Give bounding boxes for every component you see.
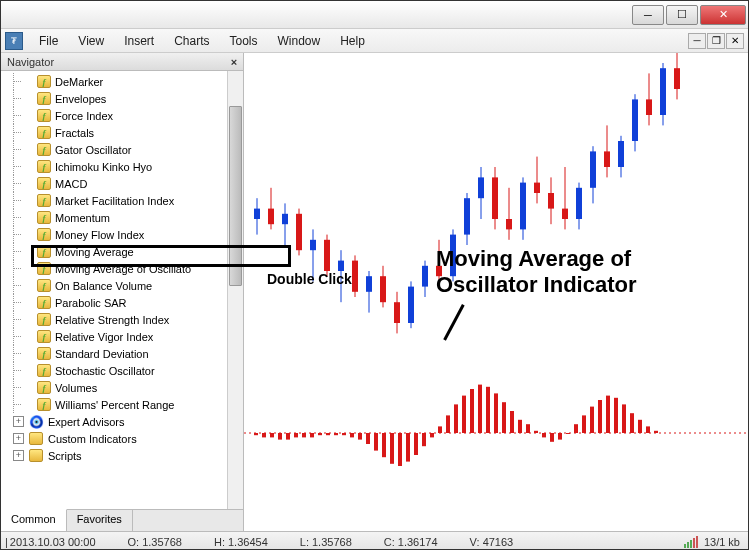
indicator-label: Market Facilitation Index [55, 195, 174, 207]
indicator-item[interactable]: fMomentum [1, 209, 243, 226]
indicator-icon: f [37, 347, 51, 360]
indicator-item[interactable]: fMoney Flow Index [1, 226, 243, 243]
indicator-label: Momentum [55, 212, 110, 224]
svg-rect-21 [394, 302, 400, 323]
indicator-label: MACD [55, 178, 87, 190]
svg-rect-76 [366, 433, 370, 444]
indicator-icon: f [37, 109, 51, 122]
svg-rect-80 [398, 433, 402, 466]
indicator-item[interactable]: fDeMarker [1, 73, 243, 90]
status-low: L: 1.35768 [300, 536, 352, 548]
navigator-scrollbar[interactable] [227, 71, 243, 509]
tree-group[interactable]: +Scripts [1, 447, 243, 464]
indicator-item[interactable]: fRelative Strength Index [1, 311, 243, 328]
indicator-item[interactable]: fParabolic SAR [1, 294, 243, 311]
svg-rect-61 [674, 68, 680, 89]
signal-bars-icon [684, 536, 698, 548]
menu-window[interactable]: Window [268, 31, 331, 51]
menu-charts[interactable]: Charts [164, 31, 219, 51]
navigator-header: Navigator × [1, 53, 243, 71]
indicator-item[interactable]: fStandard Deviation [1, 345, 243, 362]
indicator-icon: f [37, 296, 51, 309]
indicator-item[interactable]: fIchimoku Kinko Hyo [1, 158, 243, 175]
indicator-icon: f [37, 313, 51, 326]
expand-icon[interactable]: + [13, 450, 24, 461]
indicator-label: Volumes [55, 382, 97, 394]
indicator-item[interactable]: fMarket Facilitation Index [1, 192, 243, 209]
menu-tools[interactable]: Tools [220, 31, 268, 51]
app-icon: ₮ [5, 32, 23, 50]
close-button[interactable]: ✕ [700, 5, 746, 25]
group-icon [28, 432, 44, 446]
svg-rect-98 [542, 433, 546, 437]
maximize-button[interactable]: ☐ [666, 5, 698, 25]
indicator-label: Moving Average [55, 246, 134, 258]
svg-rect-92 [494, 393, 498, 433]
menu-file[interactable]: File [29, 31, 68, 51]
indicator-icon: f [37, 279, 51, 292]
svg-rect-87 [454, 404, 458, 433]
indicator-item[interactable]: fEnvelopes [1, 90, 243, 107]
indicator-item[interactable]: fMoving Average [1, 243, 243, 260]
svg-rect-100 [558, 433, 562, 440]
indicator-icon: f [37, 177, 51, 190]
svg-rect-79 [390, 433, 394, 464]
indicator-item[interactable]: fRelative Vigor Index [1, 328, 243, 345]
svg-rect-31 [464, 198, 470, 234]
svg-rect-5 [282, 214, 288, 224]
expand-icon[interactable]: + [13, 416, 24, 427]
indicator-item[interactable]: fOn Balance Volume [1, 277, 243, 294]
indicator-item[interactable]: fGator Oscillator [1, 141, 243, 158]
indicator-icon: f [37, 330, 51, 343]
indicator-icon: f [37, 75, 51, 88]
minimize-button[interactable]: ─ [632, 5, 664, 25]
indicator-icon: f [37, 211, 51, 224]
indicator-item[interactable]: fStochastic Oscillator [1, 362, 243, 379]
indicator-item[interactable]: fForce Index [1, 107, 243, 124]
indicator-label: Standard Deviation [55, 348, 149, 360]
svg-rect-88 [462, 396, 466, 433]
indicator-item[interactable]: fMACD [1, 175, 243, 192]
menu-help[interactable]: Help [330, 31, 375, 51]
svg-rect-15 [352, 261, 358, 292]
indicator-icon: f [37, 92, 51, 105]
tab-common[interactable]: Common [1, 509, 67, 531]
indicator-icon: f [37, 143, 51, 156]
indicator-icon: f [37, 245, 51, 258]
indicator-item[interactable]: fWilliams' Percent Range [1, 396, 243, 413]
indicator-icon: f [37, 160, 51, 173]
svg-rect-90 [478, 385, 482, 433]
svg-rect-33 [478, 177, 484, 198]
annotation-line1: Moving Average of [436, 246, 637, 272]
svg-rect-96 [526, 424, 530, 433]
mdi-minimize-button[interactable]: ─ [688, 33, 706, 49]
menu-insert[interactable]: Insert [114, 31, 164, 51]
indicator-item[interactable]: fFractals [1, 124, 243, 141]
svg-rect-105 [598, 400, 602, 433]
svg-rect-104 [590, 407, 594, 433]
svg-rect-51 [604, 151, 610, 167]
navigator-tree[interactable]: fDeMarkerfEnvelopesfForce IndexfFractals… [1, 71, 243, 509]
tab-favorites[interactable]: Favorites [67, 510, 133, 531]
tree-group[interactable]: +🧿Expert Advisors [1, 413, 243, 430]
status-datetime: |2013.10.03 00:00 [5, 536, 96, 548]
group-label: Scripts [48, 450, 82, 462]
indicator-item[interactable]: fVolumes [1, 379, 243, 396]
indicator-label: DeMarker [55, 76, 103, 88]
scrollbar-thumb[interactable] [229, 106, 242, 286]
expand-icon[interactable]: + [13, 433, 24, 444]
indicator-label: Fractals [55, 127, 94, 139]
navigator-panel: Navigator × fDeMarkerfEnvelopesfForce In… [1, 53, 244, 531]
indicator-icon: f [37, 262, 51, 275]
mdi-close-button[interactable]: ✕ [726, 33, 744, 49]
svg-rect-85 [438, 426, 442, 433]
menu-bar: ₮ File View Insert Charts Tools Window H… [1, 29, 748, 53]
svg-rect-49 [590, 151, 596, 187]
tree-group[interactable]: +Custom Indicators [1, 430, 243, 447]
indicator-item[interactable]: fMoving Average of Oscillato [1, 260, 243, 277]
svg-rect-94 [510, 411, 514, 433]
menu-view[interactable]: View [68, 31, 114, 51]
svg-rect-43 [548, 193, 554, 209]
mdi-restore-button[interactable]: ❐ [707, 33, 725, 49]
navigator-close-icon[interactable]: × [227, 55, 241, 69]
